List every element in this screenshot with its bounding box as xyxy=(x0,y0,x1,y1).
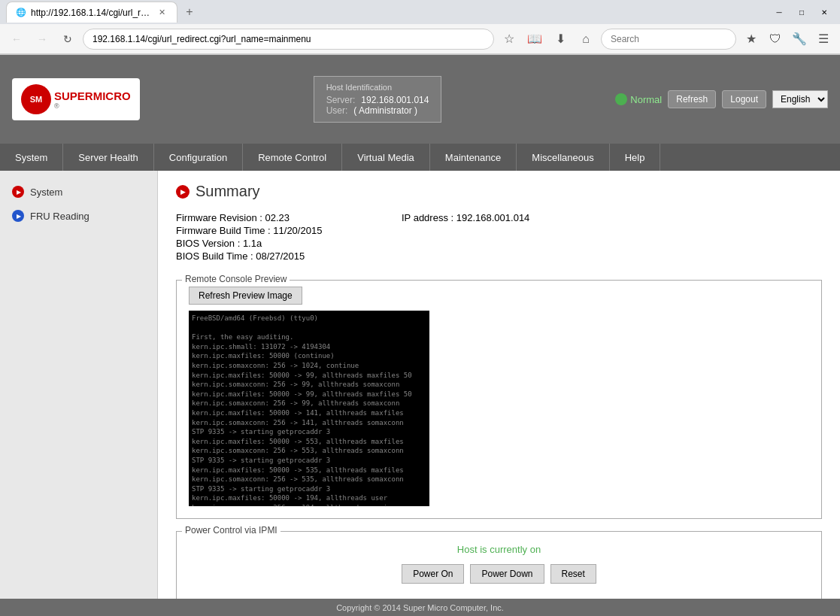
user-label: User: xyxy=(326,105,348,116)
browser-extra-icons: ★ 🛡 🔧 ☰ xyxy=(741,29,834,50)
back-button[interactable]: ← xyxy=(6,29,27,50)
minimize-button[interactable]: ─ xyxy=(769,2,789,22)
console-line-5: kern.ipc.somaxconn: 256 -> 1024, continu… xyxy=(192,361,426,371)
console-line-16: kern.ipc.maxfiles: 50000 -> 535, allthre… xyxy=(192,466,426,475)
close-button[interactable]: ✕ xyxy=(814,2,834,22)
sidebar-item-fru-label: FRU Reading xyxy=(30,211,89,222)
bios-build-row: BIOS Build Time : 08/27/2015 xyxy=(176,250,822,262)
firmware-revision-row: Firmware Revision : 02.23 IP address : 1… xyxy=(176,212,822,223)
host-server-row: Server: 192.168.001.014 xyxy=(326,95,429,105)
firmware-build-row: Firmware Build Time : 11/20/2015 xyxy=(176,225,822,236)
firmware-revision-label: Firmware Revision : 02.23 xyxy=(176,212,402,223)
firmware-build-label: Firmware Build Time : xyxy=(176,225,273,236)
console-line-9: kern.ipc.somaxconn: 256 -> 99, allthread… xyxy=(192,399,426,408)
host-user-row: User: ( Administrator ) xyxy=(326,105,429,116)
tab-close-button[interactable]: ✕ xyxy=(156,7,168,19)
power-buttons: Power On Power Down Reset xyxy=(201,564,797,584)
console-line-17: kern.ipc.somaxconn: 256 -> 535, allthrea… xyxy=(192,475,426,484)
firmware-revision-label-text: Firmware Revision : xyxy=(176,212,265,223)
home-icon[interactable]: ⌂ xyxy=(575,29,596,50)
nav-item-system[interactable]: System xyxy=(0,144,63,171)
maximize-button[interactable]: □ xyxy=(792,2,811,22)
tab-favicon: 🌐 xyxy=(16,8,26,17)
refresh-preview-button[interactable]: Refresh Preview Image xyxy=(189,287,302,305)
sidebar-arrow-system xyxy=(12,186,24,198)
nav-item-virtual-media[interactable]: Virtual Media xyxy=(342,144,430,171)
power-on-button[interactable]: Power On xyxy=(402,564,464,584)
console-line-3: kern.ipc.shmall: 131072 -> 4194304 xyxy=(192,342,426,352)
console-line-11: kern.ipc.somaxconn: 256 -> 141, allthrea… xyxy=(192,418,426,428)
info-table: Firmware Revision : 02.23 IP address : 1… xyxy=(176,212,822,262)
power-control-border: Power Control via IPMI Host is currently… xyxy=(176,531,822,599)
nav-item-server-health[interactable]: Server Health xyxy=(63,144,153,171)
extension-icon[interactable]: 🔧 xyxy=(789,29,810,50)
main-navigation: System Server Health Configuration Remot… xyxy=(0,144,840,171)
favorites-icon[interactable]: ★ xyxy=(741,29,762,50)
firmware-revision-value: 02.23 xyxy=(265,212,290,223)
console-line-13: kern.ipc.maxfiles: 50000 -> 553, allthre… xyxy=(192,437,426,447)
sidebar-arrow-fru xyxy=(12,210,24,222)
main-content: Summary Firmware Revision : 02.23 IP add… xyxy=(158,171,840,599)
nav-item-miscellaneous[interactable]: Miscellaneous xyxy=(517,144,609,171)
logo-icon: SM xyxy=(21,84,51,114)
shield-icon[interactable]: 🛡 xyxy=(765,29,786,50)
bios-build-value: 08/27/2015 xyxy=(256,250,305,262)
logout-button[interactable]: Logout xyxy=(722,90,766,108)
power-down-button[interactable]: Power Down xyxy=(470,564,544,584)
search-input[interactable] xyxy=(601,29,736,50)
header-right: Normal Refresh Logout English xyxy=(615,90,828,108)
title-arrow-icon xyxy=(176,185,190,199)
nav-item-help[interactable]: Help xyxy=(610,144,661,171)
nav-item-configuration[interactable]: Configuration xyxy=(154,144,243,171)
console-line-0: FreeBSD/amd64 (Freebsd) (ttyu0) xyxy=(192,314,426,323)
logo-area: SM SUPERMICRO ® xyxy=(12,78,140,120)
browser-titlebar: 🌐 http://192.168.1.14/cgi/url_redir... ✕… xyxy=(0,0,840,24)
console-line-18: STP 9335 -> starting getprocaddr 3 xyxy=(192,484,426,494)
language-select[interactable]: English xyxy=(772,90,828,108)
bookmark-star-icon[interactable]: ☆ xyxy=(499,29,520,50)
browser-tab[interactable]: 🌐 http://192.168.1.14/cgi/url_redir... ✕ xyxy=(6,2,177,23)
ip-address-value: 192.168.001.014 xyxy=(456,212,530,223)
footer-text: Copyright © 2014 Super Micro Computer, I… xyxy=(336,603,504,612)
bios-version-row: BIOS Version : 1.1a xyxy=(176,238,822,249)
refresh-button[interactable]: Refresh xyxy=(668,90,716,108)
nav-item-maintenance[interactable]: Maintenance xyxy=(430,144,517,171)
menu-icon[interactable]: ☰ xyxy=(813,29,834,50)
page-title-text: Summary xyxy=(196,183,260,200)
reload-button[interactable]: ↻ xyxy=(57,29,78,50)
ip-address-label: IP address : xyxy=(402,212,456,223)
console-preview: FreeBSD/amd64 (Freebsd) (ttyu0) First, t… xyxy=(189,311,429,506)
bios-build-cell: BIOS Build Time : 08/27/2015 xyxy=(176,250,402,262)
bios-version-cell: BIOS Version : 1.1a xyxy=(176,238,402,249)
host-status-text: Host is currently on xyxy=(201,544,797,555)
tab-title: http://192.168.1.14/cgi/url_redir... xyxy=(31,8,151,18)
sidebar-item-fru-reading[interactable]: FRU Reading xyxy=(0,204,157,228)
bookmark-icon[interactable]: 📖 xyxy=(524,29,545,50)
console-line-7: kern.ipc.somaxconn: 256 -> 99, allthread… xyxy=(192,380,426,390)
content-area: System FRU Reading Summary Firmware Revi… xyxy=(0,171,840,599)
address-bar[interactable] xyxy=(83,29,494,50)
power-content: Host is currently on Power On Power Down… xyxy=(189,538,809,596)
browser-toolbar: ← → ↻ ☆ 📖 ⬇ ⌂ ★ 🛡 🔧 ☰ xyxy=(0,24,840,54)
page-content: SM SUPERMICRO ® Host Identification Serv… xyxy=(0,55,840,616)
console-line-6: kern.ipc.maxfiles: 50000 -> 99, allthrea… xyxy=(192,371,426,381)
console-line-10: kern.ipc.maxfiles: 50000 -> 141, allthre… xyxy=(192,408,426,418)
console-line-4: kern.ipc.maxfiles: 50000 (continue) xyxy=(192,351,426,361)
bios-version-value: 1.1a xyxy=(243,238,262,249)
remote-console-border: Remote Console Preview Refresh Preview I… xyxy=(176,280,822,519)
new-tab-button[interactable]: + xyxy=(180,3,199,21)
console-line-1 xyxy=(192,323,426,333)
logo-text-area: SUPERMICRO ® xyxy=(54,90,131,110)
download-icon[interactable]: ⬇ xyxy=(550,29,571,50)
console-line-19: kern.ipc.maxfiles: 50000 -> 194, allthre… xyxy=(192,493,426,503)
forward-button[interactable]: → xyxy=(32,29,53,50)
status-normal: Normal xyxy=(615,93,662,105)
status-dot xyxy=(615,93,627,105)
nav-item-remote-control[interactable]: Remote Control xyxy=(243,144,342,171)
console-line-14: kern.ipc.somaxconn: 256 -> 553, allthrea… xyxy=(192,446,426,456)
reset-button[interactable]: Reset xyxy=(550,564,596,584)
bios-version-label: BIOS Version : xyxy=(176,238,243,249)
sidebar-item-system[interactable]: System xyxy=(0,180,157,204)
firmware-build-cell: Firmware Build Time : 11/20/2015 xyxy=(176,225,402,236)
power-control-legend: Power Control via IPMI xyxy=(182,525,281,536)
